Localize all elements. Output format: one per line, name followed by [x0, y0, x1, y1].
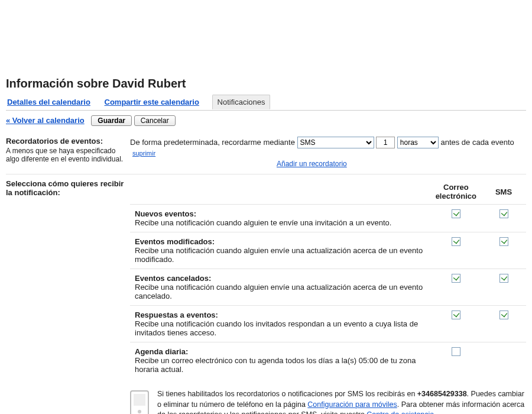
notify-table: Correo electrónico SMS Nuevos eventos:Re…	[130, 179, 526, 379]
reminder-unit-select[interactable]: horas	[397, 137, 439, 148]
table-row: Agenda diaria:Recibe un correo electróni…	[130, 342, 526, 379]
table-row: Eventos modificados:Recibe una notificac…	[130, 232, 526, 269]
reminder-trail-text: antes de cada evento	[440, 138, 514, 147]
checkbox[interactable]	[452, 274, 460, 283]
table-row: Respuestas a eventos:Recibe una notifica…	[130, 306, 526, 342]
checkbox[interactable]	[499, 310, 508, 319]
info-part4: .	[434, 410, 436, 414]
checkbox[interactable]	[499, 209, 508, 218]
checkbox[interactable]	[499, 237, 508, 246]
reminders-hint: A menos que se haya especificado algo di…	[6, 147, 130, 163]
checkbox[interactable]	[452, 347, 460, 356]
save-button[interactable]: Guardar	[91, 115, 132, 126]
reminder-remove-link[interactable]: suprimir	[132, 150, 155, 157]
notify-row-desc: Agenda diaria:Recibe un correo electróni…	[130, 342, 431, 379]
page-title: Información sobre David Rubert	[6, 77, 526, 90]
phone-icon	[130, 390, 149, 414]
tabs-bar: Detalles del calendario Compartir este c…	[6, 95, 526, 111]
tab-notifications[interactable]: Notificaciones	[212, 95, 271, 109]
table-row: Nuevos eventos:Recibe una notificación c…	[130, 205, 526, 232]
notify-label: Selecciona cómo quieres recibir la notif…	[6, 179, 130, 197]
mobile-settings-link[interactable]: Configuración para móviles	[307, 400, 397, 409]
reminder-number-input[interactable]	[376, 137, 395, 148]
notify-section: Selecciona cómo quieres recibir la notif…	[6, 174, 526, 414]
notify-row-desc: Nuevos eventos:Recibe una notificación c…	[130, 205, 431, 232]
col-sms: SMS	[481, 179, 526, 205]
notify-row-desc: Respuestas a eventos:Recibe una notifica…	[130, 306, 431, 342]
tab-share[interactable]: Compartir este calendario	[103, 95, 200, 109]
add-reminder-link[interactable]: Añadir un recordatorio	[277, 160, 526, 168]
cancel-button[interactable]: Cancelar	[134, 115, 176, 126]
tab-details[interactable]: Detalles del calendario	[6, 95, 92, 109]
info-part1: Si tienes habilitados los recordatorios …	[157, 390, 417, 398]
info-phone: +34685429338	[417, 390, 467, 398]
table-row: Eventos cancelados:Recibe una notificaci…	[130, 269, 526, 306]
action-row-top: « Volver al calendario Guardar Cancelar	[6, 115, 526, 126]
help-center-link[interactable]: Centro de asistencia	[366, 410, 434, 414]
back-link[interactable]: « Volver al calendario	[6, 116, 85, 125]
reminder-lead-text: De forma predeterminada, recordarme medi…	[130, 138, 295, 147]
reminders-section: Recordatorios de eventos: A menos que se…	[6, 132, 526, 174]
checkbox[interactable]	[499, 274, 508, 283]
checkbox[interactable]	[452, 237, 460, 246]
checkbox[interactable]	[452, 209, 460, 218]
reminder-method-select[interactable]: SMS	[297, 137, 374, 148]
notify-row-desc: Eventos modificados:Recibe una notificac…	[130, 232, 431, 269]
reminders-label: Recordatorios de eventos:	[6, 137, 130, 145]
col-email: Correo electrónico	[431, 179, 481, 205]
notify-row-desc: Eventos cancelados:Recibe una notificaci…	[130, 269, 431, 306]
checkbox[interactable]	[452, 310, 460, 319]
sms-info-box: Si tienes habilitados los recordatorios …	[130, 386, 526, 414]
